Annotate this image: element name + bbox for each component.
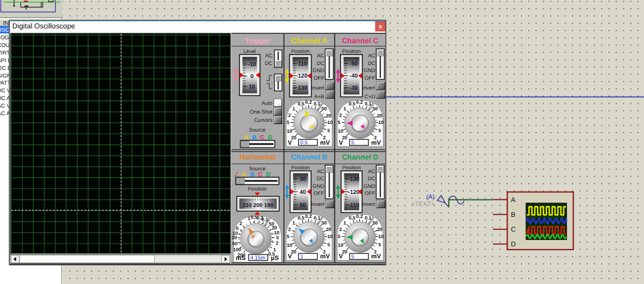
svg-text:A+B: A+B: [314, 94, 324, 100]
svg-text:-40: -40: [349, 73, 357, 79]
svg-text:D: D: [511, 240, 516, 248]
svg-text:5: 5: [327, 242, 330, 247]
svg-text:DC: DC: [368, 61, 375, 67]
svg-text:5: 5: [287, 120, 289, 125]
svg-text:Channel A: Channel A: [291, 37, 327, 45]
svg-text:10: 10: [249, 84, 255, 90]
svg-text:10: 10: [338, 128, 343, 134]
svg-text:0.5: 0.5: [297, 215, 304, 221]
svg-text:Channel C: Channel C: [342, 37, 379, 45]
svg-text:Invert: Invert: [362, 202, 375, 208]
svg-text:DC: DC: [317, 176, 324, 182]
svg-text:B: B: [252, 134, 257, 141]
svg-text:OFF: OFF: [365, 191, 375, 197]
svg-text:10: 10: [287, 128, 293, 134]
svg-text:10: 10: [378, 234, 384, 239]
svg-text:Position: Position: [291, 165, 309, 171]
svg-text:120: 120: [298, 73, 308, 79]
svg-text:20: 20: [326, 227, 331, 232]
svg-text:-130: -130: [348, 176, 360, 182]
svg-text:0.2: 0.2: [305, 214, 312, 219]
svg-text:1: 1: [293, 106, 295, 111]
svg-text:OFF: OFF: [314, 191, 324, 197]
svg-text:Cursors: Cursors: [254, 117, 272, 123]
svg-text:0.5: 0.5: [349, 101, 355, 106]
svg-text:2: 2: [288, 113, 291, 118]
svg-text:40: 40: [300, 189, 306, 196]
svg-text:A: A: [511, 196, 516, 204]
svg-text:mV: mV: [320, 253, 330, 260]
svg-text:2: 2: [339, 227, 342, 232]
svg-text:Level: Level: [243, 49, 256, 55]
svg-text:AC: AC: [317, 169, 324, 175]
svg-text:AC: AC: [317, 53, 324, 59]
svg-text:1: 1: [300, 254, 303, 260]
svg-text:GND: GND: [363, 68, 375, 74]
svg-text:50: 50: [232, 241, 238, 246]
svg-text:1: 1: [343, 106, 346, 111]
svg-text:-120: -120: [348, 189, 360, 196]
svg-text:C+D: C+D: [365, 94, 375, 100]
svg-text:V: V: [339, 140, 343, 146]
svg-text:Auto: Auto: [261, 100, 272, 106]
svg-text:One-Shot: One-Shot: [250, 109, 272, 115]
svg-text:DC: DC: [317, 61, 324, 67]
svg-text:10: 10: [327, 234, 333, 239]
svg-text:50: 50: [300, 202, 306, 209]
svg-text:x: x: [379, 23, 383, 30]
svg-text:GND: GND: [313, 68, 324, 74]
svg-text:Source: Source: [249, 127, 265, 133]
svg-text:D: D: [268, 134, 272, 141]
svg-text:mV: mV: [320, 140, 330, 146]
svg-text:OFF: OFF: [365, 75, 375, 81]
svg-text:0.1: 0.1: [261, 217, 268, 222]
svg-text:30: 30: [300, 176, 306, 182]
svg-text:µS: µS: [271, 255, 279, 262]
svg-text:5: 5: [338, 234, 341, 239]
svg-text:C: C: [511, 226, 516, 233]
svg-text:20: 20: [377, 113, 383, 119]
svg-text:Position: Position: [342, 49, 361, 55]
svg-text:V: V: [288, 140, 292, 146]
svg-text:Digital Oscilloscope: Digital Oscilloscope: [13, 22, 75, 30]
svg-text:0.2: 0.2: [356, 214, 363, 219]
svg-text:Position: Position: [248, 186, 266, 192]
svg-text:1: 1: [293, 220, 295, 226]
svg-text:DC: DC: [368, 176, 375, 182]
svg-text:0.1: 0.1: [314, 101, 320, 106]
svg-text:50: 50: [372, 106, 378, 111]
svg-text:A: A: [244, 134, 248, 141]
svg-text:mS: mS: [236, 255, 246, 262]
svg-text:Trigger: Trigger: [245, 37, 271, 45]
svg-text:-50: -50: [349, 61, 357, 67]
svg-text:4.15m: 4.15m: [251, 255, 266, 261]
svg-text:2: 2: [339, 113, 342, 118]
svg-text:V: V: [288, 253, 292, 260]
svg-text:AC: AC: [368, 169, 375, 175]
svg-text:0.2: 0.2: [356, 99, 363, 105]
svg-text:Position: Position: [291, 49, 309, 55]
svg-text:0.5: 0.5: [297, 101, 304, 106]
svg-text:20: 20: [326, 113, 331, 119]
svg-text:0.1: 0.1: [365, 215, 371, 221]
svg-text:10: 10: [378, 120, 384, 125]
svg-text:5: 5: [287, 234, 289, 239]
svg-text:1: 1: [248, 216, 251, 221]
svg-text:5: 5: [327, 128, 330, 133]
svg-text:(A): (A): [426, 194, 435, 200]
svg-text:GND: GND: [363, 184, 375, 190]
svg-text:100: 100: [233, 247, 241, 252]
svg-text:Invert: Invert: [311, 202, 324, 208]
svg-text:-10: -10: [248, 61, 256, 68]
svg-text:0: 0: [251, 73, 254, 80]
svg-text:Position: Position: [342, 165, 361, 171]
svg-text:DC: DC: [265, 61, 272, 67]
svg-text:10: 10: [338, 242, 343, 248]
svg-text:20: 20: [232, 235, 237, 240]
svg-text:5: 5: [351, 254, 355, 260]
svg-text:10: 10: [327, 120, 333, 125]
svg-text:5: 5: [276, 235, 279, 240]
svg-text:mV: mV: [371, 253, 381, 260]
svg-text:GND: GND: [313, 184, 324, 190]
svg-text:C: C: [260, 134, 265, 141]
